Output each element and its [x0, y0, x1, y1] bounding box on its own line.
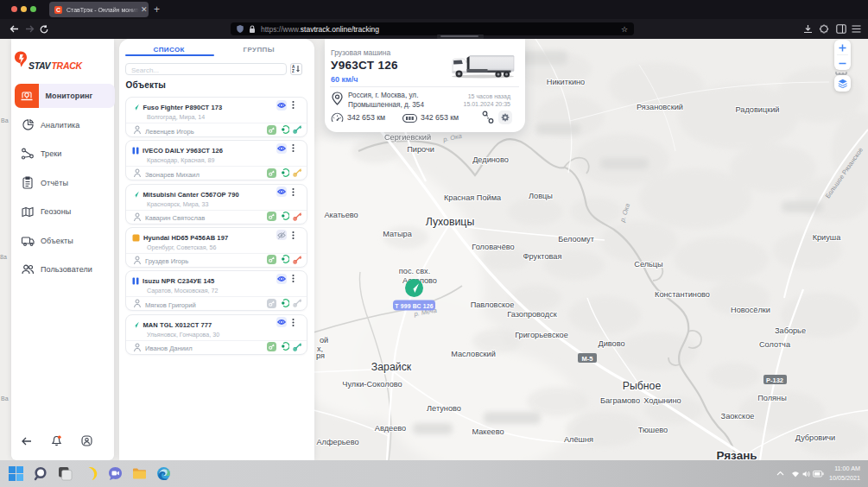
svg-text:Акатьево: Акатьево: [324, 211, 358, 219]
svg-text:Масловский: Масловский: [451, 350, 496, 358]
svg-text:ря: ря: [316, 351, 325, 360]
svg-text:Дединово: Дединово: [472, 155, 509, 164]
svg-text:Газопроводск: Газопроводск: [507, 310, 558, 319]
svg-text:Солотча: Солотча: [759, 340, 791, 349]
svg-text:Пирочи: Пирочи: [407, 145, 434, 154]
svg-text:Заокское: Заокское: [721, 412, 755, 421]
svg-text:Радовицкий: Радовицкий: [736, 105, 780, 114]
svg-text:Поляны: Поляны: [757, 394, 787, 402]
svg-text:Алёшня: Алёшня: [564, 435, 593, 444]
svg-text:Фруктовая: Фруктовая: [523, 252, 562, 261]
svg-text:Рыбное: Рыбное: [623, 380, 662, 392]
svg-text:Белоомут: Белоомут: [558, 235, 595, 244]
svg-text:Т 999 ВС 126: Т 999 ВС 126: [395, 303, 433, 309]
svg-text:Ва: Ва: [1, 117, 9, 123]
svg-text:Зарайск: Зарайск: [371, 361, 412, 373]
svg-text:Макеево: Макеево: [472, 427, 504, 436]
svg-text:М-5: М-5: [582, 355, 593, 363]
svg-text:Красная Пойма: Красная Пойма: [444, 193, 502, 202]
svg-text:Рязань: Рязань: [716, 449, 757, 460]
svg-text:Сергиевский: Сергиевский: [384, 133, 431, 142]
svg-text:Баграмово: Баграмово: [600, 396, 640, 405]
svg-text:Летуново: Летуново: [427, 404, 461, 413]
svg-text:STAV: STAV: [29, 60, 52, 71]
svg-text:Рязановский: Рязановский: [637, 103, 683, 111]
svg-text:Ходынино: Ходынино: [643, 396, 681, 405]
svg-text:пос. свх.: пос. свх.: [399, 267, 430, 275]
svg-text:Алферьево: Алферьево: [316, 438, 358, 446]
svg-text:Ловцы: Ловцы: [529, 192, 553, 200]
svg-text:Луховицы: Луховицы: [426, 216, 475, 228]
svg-text:8а: 8а: [0, 254, 7, 260]
svg-text:Тюшево: Тюшево: [638, 426, 668, 434]
svg-text:TRACK: TRACK: [52, 60, 84, 71]
svg-text:Никиткино: Никиткино: [547, 78, 585, 86]
svg-text:Павловское: Павловское: [471, 300, 515, 309]
svg-text:Заборье: Заборье: [775, 326, 806, 335]
svg-text:Дивово: Дивово: [598, 339, 624, 348]
svg-text:Чулки-Соколово: Чулки-Соколово: [342, 380, 402, 389]
svg-text:Григорьевское: Григорьевское: [515, 331, 568, 339]
svg-text:Авдеево: Авдеево: [375, 424, 406, 433]
svg-text:Головачёво: Головачёво: [472, 243, 514, 251]
svg-text:Z: Z: [292, 69, 295, 73]
svg-text:Криуша: Криуша: [813, 233, 842, 242]
svg-text:Константиново: Константиново: [655, 290, 710, 299]
svg-text:Ва: Ва: [1, 395, 9, 402]
svg-text:ой: ой: [320, 336, 328, 345]
svg-text:Дубровичи: Дубровичи: [795, 433, 836, 442]
svg-text:Р-132: Р-132: [766, 376, 783, 384]
svg-text:Новосёлки: Новосёлки: [731, 306, 770, 314]
svg-text:Сельцы: Сельцы: [634, 260, 662, 269]
svg-text:Матыра: Матыра: [383, 230, 413, 238]
